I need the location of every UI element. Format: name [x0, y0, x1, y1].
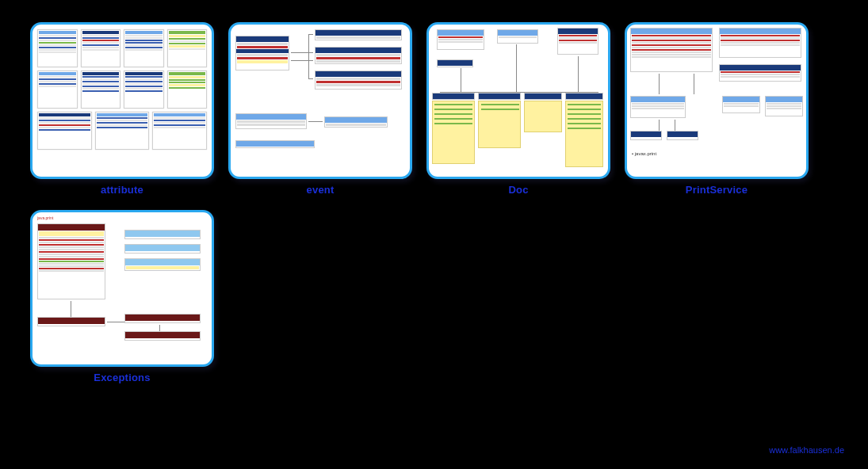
- footer-link[interactable]: www.falkhausen.de: [769, 445, 844, 455]
- thumbnail-attribute[interactable]: [30, 22, 214, 179]
- thumbnail-printservice[interactable]: • javax.print: [625, 22, 809, 179]
- thumbnail-doc[interactable]: [426, 22, 610, 179]
- thumb-label-event: event: [307, 184, 335, 196]
- thumb-label-doc: Doc: [508, 184, 528, 196]
- thumbnail-exceptions[interactable]: java.print: [30, 210, 214, 367]
- thumb-wrap-doc: Doc: [426, 22, 610, 196]
- mini-caption: java.print: [37, 215, 53, 220]
- thumb-wrap-printservice: • javax.print PrintService: [625, 22, 809, 196]
- thumb-label-attribute: attribute: [101, 184, 143, 196]
- thumb-label-printservice: PrintService: [686, 184, 748, 196]
- thumb-label-exceptions: Exceptions: [94, 372, 150, 383]
- thumb-wrap-exceptions: java.print Exceptions: [30, 210, 214, 383]
- thumb-wrap-event: event: [228, 22, 412, 196]
- thumbnail-gallery: attribute event: [0, 0, 868, 391]
- thumb-wrap-attribute: attribute: [30, 22, 214, 196]
- mini-footnote: • javax.print: [632, 151, 656, 156]
- mini-caption: [37, 151, 207, 155]
- thumbnail-event[interactable]: [228, 22, 412, 179]
